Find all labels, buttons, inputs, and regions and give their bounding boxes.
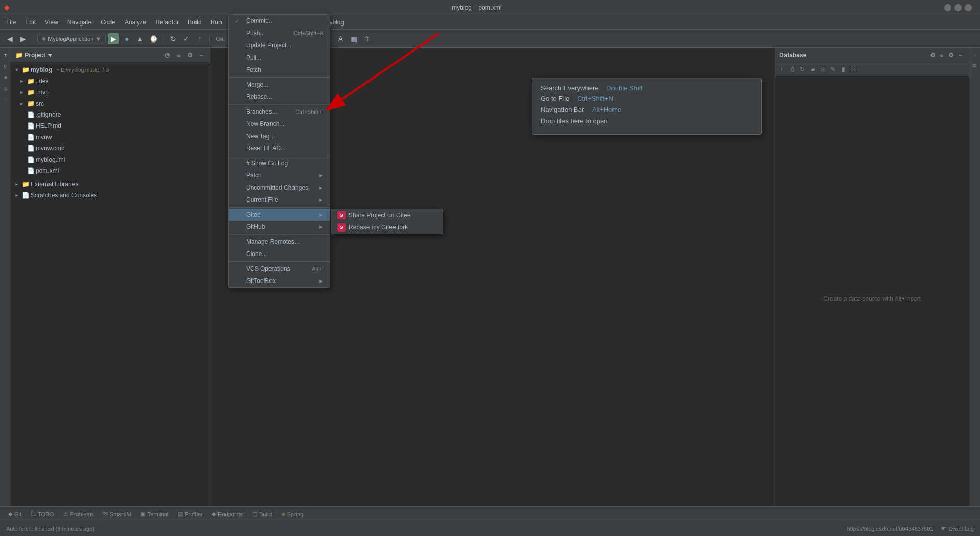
- db-schema-icon[interactable]: ▰: [808, 65, 817, 74]
- tree-myblogiml[interactable]: 📄 myblog.iml: [11, 154, 210, 165]
- project-scope-icon[interactable]: ◔: [163, 50, 172, 60]
- git-menu-new-tag[interactable]: New Tag...: [229, 130, 330, 142]
- project-settings-icon[interactable]: ⚙: [185, 50, 194, 60]
- tree-mvnwcmd[interactable]: 📄 mvnw.cmd: [11, 143, 210, 154]
- search-everywhere-shortcut: Double Shift: [606, 84, 643, 92]
- tree-gitignore[interactable]: 📄 .gitignore: [11, 109, 210, 120]
- right-tab-2[interactable]: ▤: [970, 60, 980, 70]
- menu-view[interactable]: View: [41, 17, 62, 28]
- status-url[interactable]: https://blog.csdn.net/u0434637601: [845, 526, 936, 532]
- git-menu-gittoolbox[interactable]: GitToolBox ►: [229, 275, 330, 287]
- right-tab-1[interactable]: ○: [970, 50, 980, 60]
- git-menu-update[interactable]: Update Project...: [229, 39, 330, 52]
- db-minimize-icon[interactable]: −: [955, 50, 965, 60]
- git-menu-show-log[interactable]: # Show Git Log: [229, 157, 330, 169]
- bottom-tab-problems[interactable]: ⚠ Problems: [59, 509, 98, 519]
- project-close-icon[interactable]: −: [197, 50, 206, 60]
- bottom-tab-smartim[interactable]: ✉ SmartIM: [99, 509, 135, 519]
- git-menu-gitee[interactable]: Gitee ► G Share Project on Gitee G Rebas…: [229, 209, 330, 221]
- git-menu-vcs-ops[interactable]: VCS Operations Alt+`: [229, 263, 330, 275]
- bottom-tab-endpoints[interactable]: ◆ Endpoints: [208, 509, 247, 519]
- left-tab-structure[interactable]: S: [1, 61, 11, 71]
- rebase-gitee-item[interactable]: G Rebase my Gitee fork: [331, 221, 443, 234]
- status-autofetch[interactable]: Auto fetch: finished (9 minutes ago): [4, 521, 96, 536]
- tree-helpmd[interactable]: 📄 HELP.md: [11, 120, 210, 132]
- menu-analyze[interactable]: Analyze: [120, 17, 151, 28]
- db-table-icon[interactable]: ⎘: [818, 65, 827, 74]
- bottom-tab-spring[interactable]: ◈ Spring: [277, 509, 308, 519]
- vcs-push-icon[interactable]: ↑: [194, 33, 205, 44]
- bottom-tab-profiler[interactable]: ▤ Profiler: [174, 509, 207, 519]
- bottom-tab-todo[interactable]: ☐ TODO: [27, 509, 58, 519]
- bottom-tab-build[interactable]: ▢ Build: [248, 509, 276, 519]
- db-edit-icon[interactable]: ✎: [828, 65, 838, 74]
- git-menu-branches[interactable]: Branches... Ctrl+Shift+`: [229, 106, 330, 118]
- menu-refactor[interactable]: Refactor: [152, 17, 183, 28]
- db-add-icon[interactable]: +: [777, 65, 787, 74]
- share-gitee-item[interactable]: G Share Project on Gitee: [331, 209, 443, 221]
- db-refresh-icon[interactable]: ♻: [928, 50, 937, 60]
- tree-idea[interactable]: ► 📁 .idea: [11, 75, 210, 87]
- tree-src[interactable]: ► 📁 src: [11, 98, 210, 109]
- upload-icon[interactable]: ⇧: [361, 33, 373, 44]
- left-tab-project[interactable]: P: [1, 50, 11, 60]
- menu-file[interactable]: File: [2, 17, 20, 28]
- layout-icon[interactable]: ▦: [348, 33, 359, 44]
- profile-icon[interactable]: ⌚: [148, 33, 159, 44]
- tree-root[interactable]: ▼ 📁 myblog ~ D:\myblog master / ⊘: [11, 64, 210, 75]
- back-icon[interactable]: ◀: [4, 33, 15, 44]
- run-button[interactable]: ▶: [108, 33, 119, 44]
- project-collapse-icon[interactable]: ≡: [174, 50, 183, 60]
- push-label: Push...: [246, 30, 265, 37]
- bottom-tab-git[interactable]: ◆ Git: [4, 509, 26, 519]
- menu-edit[interactable]: Edit: [21, 17, 40, 28]
- smartim-tab-icon: ✉: [103, 511, 108, 517]
- coverage-icon[interactable]: ▲: [134, 33, 145, 44]
- autofetch-text: Auto fetch: finished (9 minutes ago): [6, 526, 94, 532]
- left-tab-favorites[interactable]: ♡: [1, 95, 11, 105]
- app-selector[interactable]: ◆ MyblogApplication ▼: [37, 34, 106, 43]
- git-menu-patch[interactable]: Patch ►: [229, 169, 330, 182]
- status-event-log[interactable]: ☛ Event Log: [939, 525, 976, 532]
- db-sync-icon[interactable]: ↻: [798, 65, 807, 74]
- tree-pomxml[interactable]: 📄 pom.xml: [11, 165, 210, 176]
- vcs-commit-icon[interactable]: ✓: [181, 33, 192, 44]
- git-menu-merge[interactable]: Merge...: [229, 79, 330, 91]
- debug-icon[interactable]: ●: [121, 33, 132, 44]
- git-menu-commit[interactable]: ✓ Commit...: [229, 15, 330, 27]
- db-view-icon[interactable]: ▮: [839, 65, 848, 74]
- db-expand-icon[interactable]: ≡: [937, 50, 946, 60]
- git-menu-uncommitted[interactable]: Uncommitted Changes ►: [229, 182, 330, 194]
- close-button[interactable]: [965, 4, 972, 11]
- menu-code[interactable]: Code: [96, 17, 119, 28]
- git-menu-current-file[interactable]: Current File ►: [229, 194, 330, 206]
- forward-icon[interactable]: ▶: [17, 33, 29, 44]
- db-settings-icon[interactable]: ⚙: [946, 50, 955, 60]
- git-menu-manage-remotes[interactable]: Manage Remotes...: [229, 236, 330, 248]
- git-menu-fetch[interactable]: Fetch: [229, 64, 330, 76]
- git-menu-rebase[interactable]: Rebase...: [229, 91, 330, 103]
- title-bar-text: myblog – pom.xml: [13, 4, 940, 11]
- git-menu-pull[interactable]: Pull...: [229, 52, 330, 64]
- tree-scratches[interactable]: ► 📄 Scratches and Consoles: [11, 190, 210, 201]
- git-menu-new-branch[interactable]: New Branch...: [229, 118, 330, 130]
- minimize-button[interactable]: [944, 4, 951, 11]
- git-menu-github[interactable]: GitHub ►: [229, 221, 330, 233]
- menu-run[interactable]: Run: [207, 17, 226, 28]
- tree-mvn[interactable]: ► 📁 .mvn: [11, 87, 210, 98]
- menu-navigate[interactable]: Navigate: [63, 17, 95, 28]
- git-menu-clone[interactable]: Clone...: [229, 248, 330, 260]
- git-menu-reset-head[interactable]: Reset HEAD...: [229, 142, 330, 155]
- bottom-tab-terminal[interactable]: ▣ Terminal: [136, 509, 173, 519]
- git-menu-push[interactable]: Push... Ctrl+Shift+K: [229, 27, 330, 39]
- tree-external-libs[interactable]: ► 📁 External Libraries: [11, 178, 210, 190]
- left-tab-notifications[interactable]: ◎: [1, 84, 11, 94]
- db-filter-icon[interactable]: ☷: [849, 65, 858, 74]
- menu-build[interactable]: Build: [184, 17, 206, 28]
- translate-icon[interactable]: A: [335, 33, 346, 44]
- left-tab-bookmarks[interactable]: ★: [1, 72, 11, 83]
- db-copy-icon[interactable]: ⎙: [788, 65, 797, 74]
- vcs-update-icon[interactable]: ↻: [167, 33, 179, 44]
- tree-mvnw[interactable]: 📄 mvnw: [11, 132, 210, 143]
- maximize-button[interactable]: [954, 4, 962, 11]
